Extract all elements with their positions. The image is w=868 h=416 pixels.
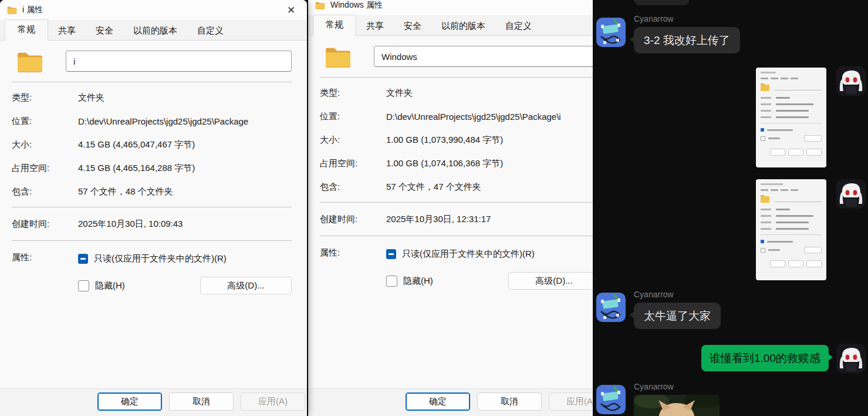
- hidden-label: 隐藏(H): [403, 276, 433, 287]
- row-label: 类型:: [12, 92, 78, 103]
- row-value: 1.00 GB (1,073,990,484 字节): [386, 135, 503, 146]
- truncated-message-bubble: [634, 0, 689, 5]
- row-label: 占用空间:: [12, 163, 78, 174]
- avatar-self[interactable]: [836, 179, 866, 209]
- dialog-footer: 确定 取消 应用(A): [0, 388, 307, 416]
- window-title: Windows 属性: [330, 0, 383, 11]
- row-location: 位置: D:\dev\UnrealProjects\jgd25\jgd25\Pa…: [308, 105, 615, 128]
- row-label: 创建时间:: [320, 214, 386, 225]
- titlebar[interactable]: i 属性 ✕: [0, 0, 307, 20]
- row-contains: 包含: 57 个文件，48 个文件夹: [0, 180, 307, 203]
- folder-name-input[interactable]: [66, 51, 292, 72]
- row-value: 2025年10月30日, 12:31:17: [386, 214, 491, 225]
- row-type: 类型: 文件夹: [0, 86, 307, 109]
- tab-strip: 常规 共享 安全 以前的版本 自定义: [308, 15, 615, 35]
- folder-icon: [315, 1, 325, 9]
- row-location: 位置: D:\dev\UnrealProjects\jgd25\jgd25\Pa…: [0, 109, 307, 133]
- row-label: 包含:: [12, 186, 78, 197]
- advanced-button[interactable]: 高级(D)...: [200, 277, 292, 294]
- hidden-row: 隐藏(H) 高级(D)...: [0, 276, 307, 295]
- ok-button[interactable]: 确定: [97, 392, 162, 411]
- folder-icon: [7, 6, 17, 14]
- row-created: 创建时间: 2025年10月30日, 12:31:17: [308, 203, 615, 236]
- row-value: 2025年10月30日, 10:09:43: [78, 219, 183, 230]
- hidden-row: 隐藏(H) 高级(D)...: [308, 271, 615, 290]
- tab-sharing[interactable]: 共享: [48, 22, 86, 41]
- dialog-windows-properties: Windows 属性 ✕ 常规 共享 安全 以前的版本 自定义 类型: 文件夹 …: [308, 0, 615, 416]
- row-size-on-disk: 占用空间: 1.00 GB (1,074,106,368 字节): [308, 152, 615, 175]
- row-label: 类型:: [320, 88, 386, 99]
- tab-security[interactable]: 安全: [86, 22, 123, 41]
- tab-sharing[interactable]: 共享: [356, 17, 394, 36]
- dialog-i-properties: i 属性 ✕ 常规 共享 安全 以前的版本 自定义 类型: 文件夹 位置: D:…: [0, 0, 307, 416]
- row-label: 位置:: [320, 111, 386, 122]
- tab-general[interactable]: 常规: [5, 19, 48, 41]
- row-value: 57 个文件，47 个文件夹: [386, 182, 481, 193]
- tab-general[interactable]: 常规: [313, 15, 356, 36]
- general-tab-panel: 类型: 文件夹 位置: D:\dev\UnrealProjects\jgd25\…: [0, 40, 307, 392]
- chat-image-i-properties-screenshot[interactable]: [756, 68, 826, 167]
- tab-customize[interactable]: 自定义: [187, 22, 234, 41]
- tab-customize[interactable]: 自定义: [495, 17, 542, 36]
- row-value: D:\dev\UnrealProjects\jgd25\jgd25\Packag…: [78, 116, 248, 126]
- titlebar[interactable]: Windows 属性 ✕: [308, 0, 615, 15]
- readonly-checkbox[interactable]: [386, 249, 396, 259]
- row-size: 大小: 1.00 GB (1,073,990,484 字节): [308, 128, 615, 152]
- row-value: 1.00 GB (1,074,106,368 字节): [386, 158, 503, 169]
- chat-image-windows-properties-screenshot[interactable]: [756, 179, 826, 280]
- readonly-checkbox[interactable]: [78, 254, 88, 264]
- folder-icon: [16, 50, 43, 72]
- avatar-cyanarrow[interactable]: [596, 18, 626, 47]
- window-title: i 属性: [22, 5, 43, 15]
- avatar-self[interactable]: [836, 66, 866, 96]
- chat-message-incoming: 3-2 我改好上传了: [634, 27, 740, 53]
- tab-strip: 常规 共享 安全 以前的版本 自定义: [0, 20, 307, 40]
- cancel-button[interactable]: 取消: [169, 392, 234, 411]
- row-value: 4.15 GB (4,465,047,467 字节): [78, 139, 195, 150]
- avatar-self[interactable]: [836, 344, 866, 373]
- folder-name-input[interactable]: [374, 46, 600, 67]
- row-type: 类型: 文件夹: [308, 81, 615, 105]
- row-created: 创建时间: 2025年10月30日, 10:09:43: [0, 207, 307, 240]
- row-value: 4.15 GB (4,465,164,288 字节): [78, 163, 195, 174]
- chat-panel: Cyanarrow 3-2 我改好上传了: [593, 0, 868, 416]
- cancel-button[interactable]: 取消: [477, 392, 542, 411]
- general-tab-panel: 类型: 文件夹 位置: D:\dev\UnrealProjects\jgd25\…: [308, 35, 615, 392]
- tab-previous-versions[interactable]: 以前的版本: [123, 22, 187, 41]
- hidden-checkbox[interactable]: [78, 280, 89, 291]
- row-value: 57 个文件，48 个文件夹: [78, 186, 173, 197]
- attributes-row: 属性: 只读(仅应用于文件夹中的文件)(R): [308, 244, 615, 263]
- sender-name: Cyanarrow: [634, 290, 674, 299]
- attributes-label: 属性:: [12, 249, 78, 263]
- row-value: D:\dev\UnrealProjects\jgd25\jgd25\Packag…: [386, 112, 561, 122]
- advanced-button[interactable]: 高级(D)...: [508, 272, 600, 290]
- row-label: 包含:: [320, 182, 386, 193]
- row-label: 大小:: [320, 135, 386, 146]
- row-label: 大小:: [12, 139, 78, 150]
- chat-image-dog-photo[interactable]: [634, 395, 720, 416]
- row-value: 文件夹: [386, 88, 413, 99]
- readonly-label: 只读(仅应用于文件夹中的文件)(R): [402, 249, 535, 260]
- row-label: 占用空间:: [320, 158, 386, 169]
- folder-icon: [761, 196, 769, 203]
- row-size-on-disk: 占用空间: 4.15 GB (4,465,164,288 字节): [0, 156, 307, 180]
- row-label: 创建时间:: [12, 219, 78, 230]
- sender-name: Cyanarrow: [634, 382, 674, 391]
- ok-button[interactable]: 确定: [406, 392, 470, 411]
- apply-button[interactable]: 应用(A): [241, 392, 305, 411]
- row-contains: 包含: 57 个文件，47 个文件夹: [308, 175, 615, 199]
- attributes-label: 属性:: [320, 244, 386, 259]
- readonly-label: 只读(仅应用于文件夹中的文件)(R): [94, 253, 227, 264]
- avatar-cyanarrow[interactable]: [596, 293, 626, 322]
- attributes-row: 属性: 只读(仅应用于文件夹中的文件)(R): [0, 249, 307, 268]
- folder-icon: [761, 85, 769, 91]
- hidden-checkbox[interactable]: [386, 276, 397, 287]
- dialog-footer: 确定 取消 应用(A): [308, 388, 615, 416]
- folder-icon: [325, 45, 352, 68]
- tab-previous-versions[interactable]: 以前的版本: [431, 17, 495, 36]
- chat-message-incoming: 太牛逼了大家: [634, 303, 721, 329]
- close-icon[interactable]: ✕: [281, 1, 301, 19]
- avatar-cyanarrow[interactable]: [596, 385, 626, 414]
- tab-security[interactable]: 安全: [394, 17, 431, 36]
- row-label: 位置:: [12, 116, 78, 127]
